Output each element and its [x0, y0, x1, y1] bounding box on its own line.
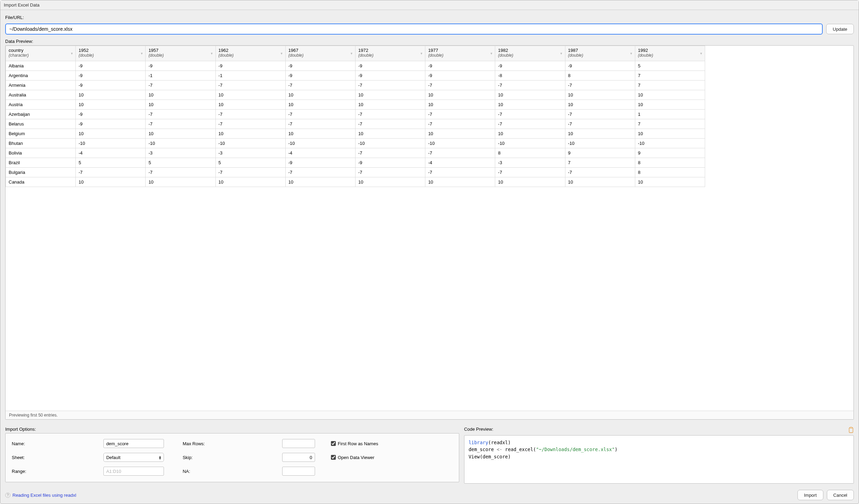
table-cell: -1: [146, 71, 215, 81]
open-viewer-checkbox[interactable]: [331, 455, 336, 460]
table-cell: 7: [635, 71, 705, 81]
column-name: 1967: [288, 48, 352, 53]
table-cell: Albania: [6, 61, 76, 71]
table-cell: -4: [425, 158, 495, 168]
table-body: Albania-9-9-9-9-9-9-9-95Argentina-9-1-1-…: [6, 61, 705, 187]
table-row: Canada101010101010101010: [6, 177, 705, 187]
chevron-down-icon[interactable]: ▼: [350, 52, 353, 55]
options-grid: Name: Max Rows: First Row as Names Sheet…: [12, 439, 453, 476]
table-cell: 10: [565, 129, 635, 139]
table-cell: -9: [76, 81, 146, 90]
na-label: NA:: [183, 469, 279, 474]
name-input[interactable]: [103, 439, 164, 448]
table-cell: -9: [76, 71, 146, 81]
column-header[interactable]: 1992(double)▼: [635, 46, 705, 61]
table-cell: -8: [495, 71, 565, 81]
chevron-down-icon[interactable]: ▼: [280, 52, 283, 55]
table-cell: -9: [285, 71, 355, 81]
chevron-down-icon[interactable]: ▼: [490, 52, 493, 55]
chevron-down-icon[interactable]: ▼: [210, 52, 213, 55]
svg-rect-1: [850, 427, 852, 428]
column-header[interactable]: 1957(double)▼: [146, 46, 215, 61]
column-type: (double): [219, 53, 283, 58]
table-cell: 10: [76, 90, 146, 100]
table-cell: 10: [76, 100, 146, 110]
table-row: Austria101010101010101010: [6, 100, 705, 110]
preview-box: country(character)▼1952(double)▼1957(dou…: [5, 45, 854, 420]
help-link[interactable]: Reading Excel files using readxl: [12, 493, 76, 498]
first-row-checkbox[interactable]: [331, 441, 336, 446]
help-link-row: ? Reading Excel files using readxl: [5, 493, 76, 498]
range-input[interactable]: [103, 467, 164, 476]
table-cell: 10: [215, 129, 285, 139]
table-cell: 10: [425, 100, 495, 110]
sheet-label: Sheet:: [12, 455, 101, 460]
column-name: 1992: [638, 48, 702, 53]
table-cell: -7: [146, 119, 215, 129]
help-icon[interactable]: ?: [5, 493, 10, 498]
column-type: (double): [428, 53, 492, 58]
table-cell: 5: [76, 158, 146, 168]
name-label: Name:: [12, 441, 101, 446]
table-cell: -7: [425, 110, 495, 119]
preview-section: Data Preview: country(character)▼1952(do…: [5, 39, 854, 420]
code-preview-box[interactable]: library(readxl) dem_score <- read_excel(…: [464, 435, 854, 484]
sheet-select-wrap: Default ▴▾: [103, 453, 164, 462]
chevron-down-icon[interactable]: ▼: [70, 52, 73, 55]
table-cell: 10: [565, 177, 635, 187]
table-cell: 9: [565, 148, 635, 158]
table-cell: -9: [76, 119, 146, 129]
cancel-button[interactable]: Cancel: [827, 490, 854, 500]
table-cell: -7: [215, 119, 285, 129]
import-excel-dialog: Import Excel Data File/URL: Update Data …: [0, 0, 859, 504]
table-cell: Argentina: [6, 71, 76, 81]
import-button[interactable]: Import: [797, 490, 823, 500]
preview-table-scroll[interactable]: country(character)▼1952(double)▼1957(dou…: [6, 46, 853, 411]
table-cell: 10: [495, 100, 565, 110]
maxrows-label: Max Rows:: [183, 441, 279, 446]
open-viewer-label[interactable]: Open Data Viewer: [338, 455, 375, 460]
column-header[interactable]: 1987(double)▼: [565, 46, 635, 61]
first-row-checkbox-row: First Row as Names: [331, 441, 453, 446]
update-button[interactable]: Update: [826, 24, 854, 34]
column-name: 1977: [428, 48, 492, 53]
table-cell: Armenia: [6, 81, 76, 90]
na-input[interactable]: [282, 467, 315, 476]
fileurl-input[interactable]: [5, 24, 823, 35]
table-cell: -7: [565, 81, 635, 90]
fileurl-row: Update: [5, 24, 854, 35]
table-cell: -7: [355, 168, 425, 177]
skip-label: Skip:: [183, 455, 279, 460]
column-header[interactable]: country(character)▼: [6, 46, 76, 61]
column-header[interactable]: 1977(double)▼: [425, 46, 495, 61]
table-cell: -7: [76, 168, 146, 177]
chevron-down-icon[interactable]: ▼: [630, 52, 633, 55]
column-header[interactable]: 1972(double)▼: [355, 46, 425, 61]
column-header[interactable]: 1962(double)▼: [215, 46, 285, 61]
skip-input[interactable]: [282, 453, 315, 462]
table-cell: -10: [76, 139, 146, 148]
table-cell: -9: [146, 61, 215, 71]
table-cell: -9: [355, 158, 425, 168]
table-cell: Australia: [6, 90, 76, 100]
import-options-title: Import Options:: [5, 427, 459, 432]
table-header-row: country(character)▼1952(double)▼1957(dou…: [6, 46, 705, 61]
chevron-down-icon[interactable]: ▼: [420, 52, 423, 55]
column-header[interactable]: 1982(double)▼: [495, 46, 565, 61]
table-cell: 10: [76, 129, 146, 139]
clipboard-icon[interactable]: [848, 427, 854, 433]
column-header[interactable]: 1952(double)▼: [76, 46, 146, 61]
table-cell: -9: [285, 61, 355, 71]
table-row: Albania-9-9-9-9-9-9-9-95: [6, 61, 705, 71]
column-header[interactable]: 1967(double)▼: [285, 46, 355, 61]
maxrows-input[interactable]: [282, 439, 315, 448]
table-cell: -7: [495, 119, 565, 129]
column-type: (double): [638, 53, 702, 58]
first-row-label[interactable]: First Row as Names: [338, 441, 378, 446]
sheet-select[interactable]: Default: [103, 453, 164, 462]
table-cell: -7: [215, 110, 285, 119]
chevron-down-icon[interactable]: ▼: [140, 52, 143, 55]
chevron-down-icon[interactable]: ▼: [700, 52, 703, 55]
chevron-down-icon[interactable]: ▼: [560, 52, 563, 55]
table-cell: -9: [565, 61, 635, 71]
